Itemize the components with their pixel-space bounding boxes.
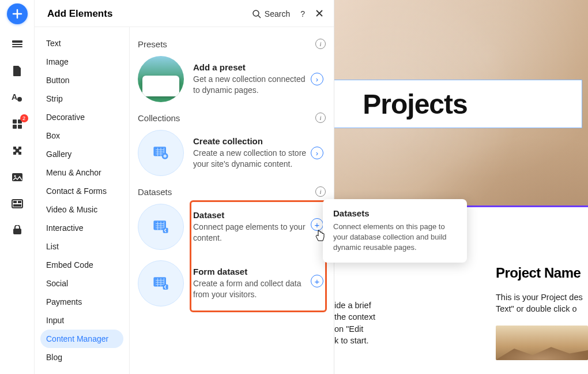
collection-thumb-icon xyxy=(138,130,184,176)
category-item[interactable]: Gallery xyxy=(40,145,123,163)
section-title-collections: Collections xyxy=(138,113,180,123)
category-item[interactable]: Content Manager xyxy=(40,330,123,348)
project-image[interactable] xyxy=(496,326,588,360)
section-icon[interactable] xyxy=(11,38,24,51)
project-name-label: Project Name xyxy=(496,265,588,281)
svg-rect-0 xyxy=(12,40,22,43)
info-icon-datasets[interactable]: i xyxy=(315,186,326,197)
category-item[interactable]: Embed Code xyxy=(40,256,123,274)
project-desc-partial: ide a brief the context on "Edit k to st… xyxy=(334,300,404,346)
puzzle-icon[interactable] xyxy=(11,144,24,157)
store-icon[interactable] xyxy=(11,224,24,237)
page-icon[interactable] xyxy=(11,65,24,77)
card-title: Form dataset xyxy=(193,267,307,276)
category-item[interactable]: List xyxy=(40,237,123,256)
apps-badge: 2 xyxy=(20,114,28,122)
section-title-datasets: Datasets xyxy=(138,187,172,197)
card-title: Dataset xyxy=(193,210,307,220)
left-icon-rail: A 2 xyxy=(0,0,35,374)
search-icon xyxy=(252,9,261,18)
image-icon[interactable] xyxy=(11,171,24,184)
content-manager-pane: Presets i Add a preset Get a new collect… xyxy=(130,27,334,374)
category-item[interactable]: Image xyxy=(40,53,123,71)
help-button[interactable]: ? xyxy=(300,9,305,18)
close-icon xyxy=(315,9,323,17)
theme-icon[interactable]: A xyxy=(11,91,24,104)
arrow-right-icon[interactable]: › xyxy=(311,73,323,85)
panel-title: Add Elements xyxy=(47,8,112,20)
preset-thumb-icon xyxy=(138,56,184,102)
category-item[interactable]: Input xyxy=(40,311,123,330)
form-dataset-thumb-icon xyxy=(138,260,184,306)
add-icon[interactable]: + xyxy=(311,218,323,231)
svg-rect-14 xyxy=(13,204,21,207)
category-item[interactable]: Strip xyxy=(40,89,123,108)
card-title: Create collection xyxy=(193,136,307,146)
svg-rect-12 xyxy=(13,201,17,203)
dataset-thumb-icon xyxy=(138,204,184,250)
section-title-presets: Presets xyxy=(138,39,167,49)
tooltip-title: Datasets xyxy=(333,208,457,218)
panel-header: Add Elements Search ? xyxy=(35,0,334,27)
svg-rect-22 xyxy=(163,285,168,290)
card-title: Add a preset xyxy=(193,62,307,72)
svg-rect-15 xyxy=(13,229,21,234)
datasets-tooltip: Datasets Connect elements on this page t… xyxy=(323,199,467,263)
svg-rect-13 xyxy=(18,201,21,203)
card-desc: Get a new collection connected to dynami… xyxy=(193,74,307,96)
info-icon[interactable]: i xyxy=(315,39,326,49)
editor-canvas[interactable]: Projects ide a brief the context on "Edi… xyxy=(334,0,588,374)
info-icon[interactable]: i xyxy=(315,113,326,123)
add-elements-panel: Add Elements Search ? TextImageButtonStr… xyxy=(35,0,334,374)
svg-rect-2 xyxy=(12,46,22,47)
svg-rect-20 xyxy=(163,228,168,233)
svg-point-16 xyxy=(253,10,259,16)
add-icon[interactable]: + xyxy=(311,275,323,287)
card-dataset[interactable]: Dataset Connect page elements to your co… xyxy=(138,204,326,250)
card-desc: Create a new collection to store your si… xyxy=(193,148,307,170)
card-form-dataset[interactable]: Form dataset Create a form and collect d… xyxy=(138,260,326,306)
search-label: Search xyxy=(265,9,290,18)
arrow-right-icon[interactable]: › xyxy=(311,147,323,159)
svg-rect-5 xyxy=(13,119,17,124)
category-item[interactable]: Decorative xyxy=(40,108,123,126)
card-create-collection[interactable]: Create collection Create a new collectio… xyxy=(138,130,326,176)
svg-point-10 xyxy=(14,175,16,177)
category-item[interactable]: Video & Music xyxy=(40,200,123,219)
category-item[interactable]: Contact & Forms xyxy=(40,182,123,200)
category-item[interactable]: Menu & Anchor xyxy=(40,163,123,182)
svg-rect-1 xyxy=(12,44,22,45)
apps-grid-icon[interactable]: 2 xyxy=(11,118,24,130)
close-button[interactable] xyxy=(315,9,323,19)
svg-text:A: A xyxy=(12,92,17,102)
svg-point-4 xyxy=(17,97,22,102)
svg-rect-8 xyxy=(18,125,22,129)
svg-rect-7 xyxy=(13,125,17,129)
category-item[interactable]: Blog xyxy=(40,348,123,366)
projects-heading-box[interactable]: Projects xyxy=(334,80,582,128)
category-item[interactable]: Payments xyxy=(40,293,123,311)
search-button[interactable]: Search xyxy=(252,9,290,18)
card-desc: Create a form and collect data from your… xyxy=(193,278,307,300)
projects-heading: Projects xyxy=(363,88,467,120)
add-button[interactable] xyxy=(7,3,28,24)
tooltip-desc: Connect elements on this page to your da… xyxy=(333,222,457,253)
card-add-preset[interactable]: Add a preset Get a new collection connec… xyxy=(138,56,326,102)
category-item[interactable]: Button xyxy=(40,71,123,89)
category-list: TextImageButtonStripDecorativeBoxGallery… xyxy=(35,27,130,374)
category-item[interactable]: Interactive xyxy=(40,219,123,237)
category-item[interactable]: Box xyxy=(40,126,123,145)
card-desc: Connect page elements to your content. xyxy=(193,222,307,244)
category-item[interactable]: Text xyxy=(40,34,123,53)
project-desc: This is your Project des Text" or double… xyxy=(496,291,588,315)
layout-icon[interactable] xyxy=(11,197,24,210)
category-item[interactable]: Social xyxy=(40,274,123,293)
